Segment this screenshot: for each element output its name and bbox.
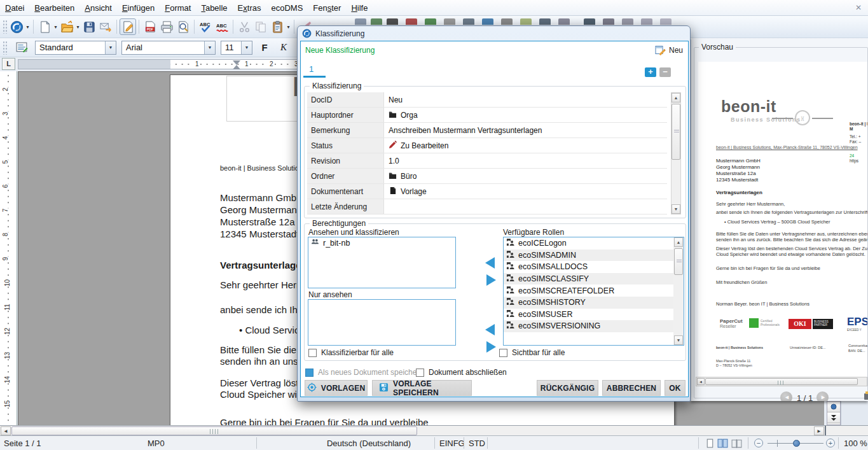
cut-icon[interactable] (236, 18, 252, 35)
previous-page-button[interactable]: ◄ (780, 391, 792, 401)
form-row-status[interactable]: StatusZu Bearbeiten (307, 138, 667, 153)
available-role-item[interactable]: ecoSIMSCREATEFOLDER (504, 285, 673, 297)
navigate-by-icon[interactable] (827, 402, 840, 412)
menu-ansicht[interactable]: Ansicht (79, 1, 117, 15)
available-role-item[interactable]: ecoSIMSUSER (504, 309, 673, 321)
scroll-up-icon[interactable]: ▲ (672, 93, 680, 102)
save-template-button[interactable]: VORLAGE SPEICHERN (372, 380, 472, 396)
scroll-left-icon[interactable]: ◄ (1, 426, 11, 435)
status-page[interactable]: Seite 1 / 1 (4, 439, 41, 448)
status-page-style[interactable]: MP0 (148, 439, 165, 448)
menu-ecodms[interactable]: ecoDMS (266, 1, 308, 15)
zoom-in-icon[interactable]: + (826, 439, 835, 447)
chevron-down-icon[interactable]: ▾ (286, 24, 291, 30)
field-value[interactable]: 1.0 (384, 153, 667, 168)
field-value[interactable]: Vorlage (384, 184, 667, 199)
available-role-item[interactable]: ecoSIMSADMIN (504, 250, 673, 262)
move-left-icon[interactable] (485, 324, 495, 335)
style-apply-icon[interactable] (13, 39, 30, 56)
checkbox-box[interactable] (499, 349, 507, 357)
edit-mode-icon[interactable] (120, 18, 136, 35)
close-icon[interactable]: ✕ (853, 2, 864, 13)
form-row-dokumentenart[interactable]: DokumentenartVorlage (307, 184, 667, 199)
undo-button[interactable]: RÜCKGÄNGIG (537, 380, 598, 396)
menu-datei[interactable]: Datei (0, 1, 29, 15)
zoom-out-icon[interactable]: − (754, 439, 763, 447)
status-insert-mode[interactable]: EINFG (439, 439, 465, 448)
move-right-icon[interactable] (486, 274, 496, 286)
dialog-titlebar[interactable]: Klassifizierung (298, 26, 690, 41)
chevron-down-icon[interactable]: ▼ (241, 41, 252, 54)
paragraph-style-combo[interactable]: Standard ▼ (35, 41, 116, 55)
menu-fenster[interactable]: Fenster (308, 1, 346, 15)
new-classification-button[interactable]: Neu (655, 45, 683, 55)
form-row-revision[interactable]: Revision1.0 (307, 153, 667, 169)
font-size-combo[interactable]: 11 ▼ (221, 41, 252, 55)
move-left-icon[interactable] (485, 257, 495, 269)
field-value[interactable]: Orga (384, 108, 667, 122)
scroll-up-icon[interactable]: ▲ (674, 237, 683, 247)
chevron-down-icon[interactable]: ▼ (204, 41, 215, 54)
open-icon[interactable] (59, 18, 75, 35)
print-icon[interactable] (158, 18, 175, 35)
mail-icon[interactable] (97, 18, 114, 35)
remove-classification-button[interactable]: − (659, 67, 671, 77)
field-value[interactable] (384, 199, 667, 214)
available-role-item[interactable]: ecoSIMSVERSIONING (504, 320, 673, 332)
field-value[interactable]: Neu (384, 92, 667, 107)
menu-format[interactable]: Format (160, 1, 196, 15)
add-classification-button[interactable]: + (645, 67, 656, 77)
horizontal-scrollbar[interactable]: ◄ ► (0, 425, 868, 435)
form-row-docid[interactable]: DocIDNeu (307, 92, 667, 108)
menu-tabelle[interactable]: Tabelle (196, 1, 232, 15)
toolbar-grip[interactable] (3, 20, 7, 34)
move-right-icon[interactable] (486, 341, 496, 353)
assigned-role-item[interactable]: r_bit-nb (308, 237, 455, 250)
chevron-down-icon[interactable]: ▼ (105, 41, 116, 54)
field-value[interactable]: Büro (384, 169, 667, 183)
autospellcheck-icon[interactable]: ABC (214, 18, 230, 35)
field-value[interactable]: Anschreiben Mustermann Vertragsunterlage… (384, 123, 667, 137)
available-role-item[interactable]: ecoSIMSCLASSIFY (504, 273, 673, 285)
form-row-bemerkung[interactable]: BemerkungAnschreiben Mustermann Vertrags… (307, 123, 667, 138)
view-only-list[interactable] (308, 299, 456, 346)
roles-scrollbar[interactable]: ▲ ▼ (673, 237, 684, 345)
status-language[interactable]: Deutsch (Deutschland) (305, 439, 432, 448)
ecodms-logo-icon[interactable] (8, 18, 25, 35)
italic-button[interactable]: K (277, 42, 291, 53)
view-multi-page-icon[interactable] (717, 438, 728, 449)
visible-for-all-checkbox[interactable]: Sichtbar für alle (499, 348, 565, 357)
spellcheck-icon[interactable]: ABC (197, 18, 214, 35)
save-as-new-document-checkbox[interactable]: Als neues Dokument speichern (305, 368, 424, 377)
font-name-combo[interactable]: Arial ▼ (121, 41, 216, 55)
available-role-item[interactable]: ecoSIMSALLDOCS (504, 261, 673, 273)
scroll-down-icon[interactable]: ▼ (672, 204, 680, 214)
form-scrollbar[interactable]: ▲ ▼ (671, 92, 681, 214)
status-selection-mode[interactable]: STD (469, 439, 485, 448)
zoom-slider-thumb[interactable] (793, 440, 800, 447)
scroll-left-icon[interactable]: ◄ (697, 378, 705, 385)
checkbox-box[interactable] (308, 349, 317, 357)
status-zoom-value[interactable]: 100 % (844, 439, 867, 448)
templates-button[interactable]: VORLAGEN (305, 380, 368, 396)
field-value[interactable]: Zu Bearbeiten (384, 138, 667, 153)
double-down-icon[interactable] (827, 412, 840, 423)
preview-scrollbar-thumb[interactable] (705, 378, 858, 385)
form-row-ordner[interactable]: OrdnerBüro (307, 169, 667, 184)
new-doc-icon[interactable] (36, 18, 53, 35)
menu-einfgen[interactable]: Einfügen (117, 1, 160, 15)
save-icon[interactable] (81, 18, 97, 35)
chevron-down-icon[interactable]: ▾ (75, 24, 81, 30)
ok-button[interactable]: OK (665, 380, 685, 396)
next-page-button[interactable]: ► (816, 391, 829, 401)
view-book-icon[interactable] (731, 438, 742, 449)
view-single-page-icon[interactable] (705, 438, 715, 449)
scroll-right-icon[interactable]: ► (814, 426, 824, 435)
vertical-ruler[interactable]: 23456789101112131415 (0, 71, 17, 425)
form-row-hauptordner[interactable]: HauptordnerOrga (307, 108, 667, 123)
pdf-export-icon[interactable]: PDF (142, 18, 158, 35)
page-preview-icon[interactable] (175, 18, 191, 35)
finalize-document-checkbox[interactable]: Dokument abschließen (416, 368, 507, 377)
classification-tab-1[interactable]: 1 (309, 64, 313, 74)
paste-icon[interactable] (269, 18, 286, 35)
